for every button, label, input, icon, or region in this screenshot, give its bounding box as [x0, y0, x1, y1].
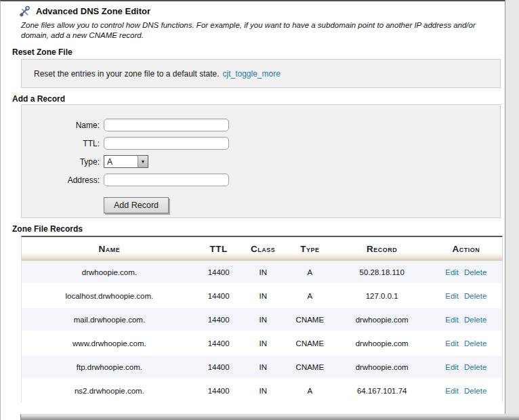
edit-link[interactable]: Edit: [445, 292, 459, 300]
record-ttl: 14400: [197, 339, 241, 348]
add-a-record-heading: Add a Record: [12, 94, 65, 104]
record-value: drwhoopie.com: [334, 363, 430, 371]
record-ttl: 14400: [197, 268, 241, 276]
delete-link[interactable]: Delete: [464, 316, 486, 324]
record-class: IN: [241, 339, 286, 348]
type-select[interactable]: A ▼: [104, 155, 148, 168]
edit-link[interactable]: Edit: [445, 363, 459, 371]
table-body: drwhoopie.com. 14400 IN A 50.28.18.110 E…: [21, 261, 503, 403]
delete-link[interactable]: Delete: [464, 339, 486, 348]
record-type: A: [286, 268, 334, 276]
record-name: ftp.drwhoopie.com.: [22, 363, 197, 371]
table-row: mail.drwhoopie.com. 14400 IN CNAME drwho…: [22, 308, 502, 332]
type-row: Type: A ▼: [22, 155, 500, 168]
record-actions: EditDelete: [430, 268, 502, 276]
name-label: Name:: [22, 121, 100, 130]
chevron-down-icon: ▼: [138, 156, 148, 167]
page-header: Advanced DNS Zone Editor: [19, 5, 150, 17]
record-value: 50.28.18.110: [334, 268, 430, 276]
edit-link[interactable]: Edit: [445, 316, 459, 324]
name-input[interactable]: [104, 119, 229, 131]
record-ttl: 14400: [197, 387, 241, 395]
address-row: Address:: [22, 173, 500, 186]
record-actions: EditDelete: [430, 339, 502, 348]
edit-link[interactable]: Edit: [445, 268, 459, 276]
column-header-type: Type: [286, 244, 334, 254]
record-class: IN: [241, 363, 286, 371]
zone-file-records-heading: Zone File Records: [12, 224, 83, 234]
record-value: drwhoopie.com: [334, 316, 430, 324]
record-type: CNAME: [286, 363, 334, 371]
record-type: CNAME: [286, 339, 334, 348]
record-actions: EditDelete: [430, 316, 502, 324]
name-row: Name:: [22, 119, 500, 131]
type-select-value: A: [104, 156, 138, 167]
content-panel: Advanced DNS Zone Editor Zone files allo…: [0, 0, 505, 420]
record-actions: EditDelete: [430, 292, 502, 300]
delete-link[interactable]: Delete: [464, 363, 486, 371]
page-description: Zone files allow you to control how DNS …: [21, 20, 498, 41]
delete-link[interactable]: Delete: [464, 387, 486, 395]
record-value: 127.0.0.1: [334, 292, 430, 300]
record-class: IN: [241, 268, 286, 276]
type-label: Type:: [22, 157, 100, 167]
delete-link[interactable]: Delete: [464, 268, 486, 276]
table-row: www.drwhoopie.com. 14400 IN CNAME drwhoo…: [22, 332, 502, 356]
record-ttl: 14400: [197, 316, 241, 324]
table-row: localhost.drwhoopie.com. 14400 IN A 127.…: [22, 285, 502, 308]
address-label: Address:: [22, 175, 100, 185]
column-header-ttl: TTL: [197, 244, 241, 254]
reset-zone-file-text: Reset the entries in your zone file to a…: [34, 69, 220, 79]
record-type: A: [286, 387, 334, 395]
record-name: localhost.drwhoopie.com.: [22, 292, 197, 300]
edit-link[interactable]: Edit: [445, 387, 459, 395]
zone-records-table: Name TTL Class Type Record Action drwhoo…: [21, 236, 503, 403]
add-record-button[interactable]: Add Record: [104, 197, 169, 213]
table-row: drwhoopie.com. 14400 IN A 50.28.18.110 E…: [22, 261, 502, 285]
table-header-row: Name TTL Class Type Record Action: [21, 236, 503, 261]
cjt-toggle-more-link[interactable]: cjt_toggle_more: [223, 69, 281, 79]
ttl-row: TTL:: [22, 137, 500, 150]
record-name: mail.drwhoopie.com.: [22, 316, 197, 324]
record-value: 64.167.101.74: [334, 387, 430, 395]
add-record-form: Name: TTL: Type: A ▼ Address: Add Record: [21, 104, 501, 218]
dns-tools-icon: [19, 5, 30, 17]
edit-link[interactable]: Edit: [445, 339, 459, 348]
record-name: ns2.drwhoopie.com.: [22, 387, 197, 395]
delete-link[interactable]: Delete: [464, 292, 486, 300]
screen: Advanced DNS Zone Editor Zone files allo…: [0, 0, 519, 420]
record-actions: EditDelete: [430, 363, 502, 371]
record-type: CNAME: [286, 316, 334, 324]
ttl-input[interactable]: [104, 137, 229, 150]
record-class: IN: [241, 292, 286, 300]
reset-zone-file-heading: Reset Zone File: [12, 47, 72, 57]
record-name: drwhoopie.com.: [22, 268, 197, 276]
table-row: ftp.drwhoopie.com. 14400 IN CNAME drwhoo…: [22, 356, 502, 379]
reset-zone-file-box: Reset the entries in your zone file to a…: [21, 59, 501, 88]
record-ttl: 14400: [197, 363, 241, 371]
column-header-class: Class: [241, 244, 286, 254]
address-input[interactable]: [104, 173, 229, 186]
page-title: Advanced DNS Zone Editor: [36, 6, 150, 16]
ttl-label: TTL:: [22, 139, 100, 148]
column-header-record: Record: [334, 244, 430, 254]
record-value: drwhoopie.com: [334, 339, 430, 348]
record-type: A: [286, 292, 334, 300]
record-name: www.drwhoopie.com.: [22, 339, 197, 348]
record-class: IN: [241, 316, 286, 324]
table-row: ns2.drwhoopie.com. 14400 IN A 64.167.101…: [22, 379, 502, 403]
record-class: IN: [241, 387, 286, 395]
record-actions: EditDelete: [430, 387, 502, 395]
bottom-divider-bar: [20, 414, 519, 420]
column-header-name: Name: [22, 244, 197, 254]
column-header-action: Action: [430, 244, 502, 254]
record-ttl: 14400: [197, 292, 241, 300]
